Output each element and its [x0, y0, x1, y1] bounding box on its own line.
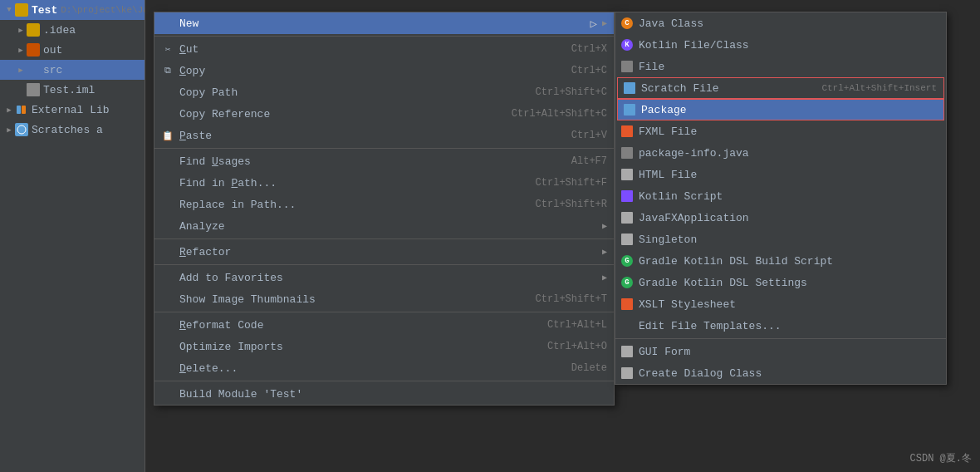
tree-item-label: External Lib [32, 104, 110, 116]
tree-item-external[interactable]: External Lib [0, 100, 145, 120]
folder-icon [27, 43, 40, 57]
menu-item-label: Show Image Thumbnails [179, 293, 519, 306]
submenu-item-gradle-settings[interactable]: G Gradle Kotlin DSL Settings [615, 272, 946, 293]
tree-item-path: D:\project\ke\Java\Tes 1 [61, 5, 145, 15]
menu-item-label: Delete... [179, 362, 555, 375]
copy-icon: ⧉ [161, 64, 174, 77]
submenu-item-xslt[interactable]: XSLT Stylesheet [615, 293, 946, 315]
submenu-item-label: Gradle Kotlin DSL Settings [639, 277, 939, 289]
tree-item-idea[interactable]: .idea [0, 20, 145, 40]
new-submenu: C Java Class K Kotlin File/Class File Sc… [615, 12, 947, 385]
menu-item-shortcut: Ctrl+Shift+R [536, 199, 607, 210]
tree-item-out[interactable]: out [0, 40, 145, 60]
svg-point-2 [17, 125, 26, 134]
expand-arrow [3, 104, 15, 116]
menu-item-copy-reference[interactable]: Copy Reference Ctrl+Alt+Shift+C [154, 103, 614, 125]
expand-arrow [15, 84, 27, 96]
menu-item-shortcut: Alt+F7 [571, 155, 607, 167]
submenu-item-create-dialog[interactable]: Create Dialog Class [615, 362, 946, 384]
submenu-item-label: Edit File Templates... [639, 320, 939, 332]
tree-item-test[interactable]: Test D:\project\ke\Java\Tes 1 [0, 0, 145, 20]
tree-item-label: out [43, 44, 62, 57]
menu-item-copy-path[interactable]: Copy Path Ctrl+Shift+C [154, 81, 614, 103]
submenu-item-singleton[interactable]: Singleton [615, 229, 946, 250]
html-icon [620, 168, 634, 181]
menu-item-label: Refactor [179, 246, 598, 258]
paste-icon: 📋 [161, 129, 174, 142]
menu-item-replace-in-path[interactable]: Replace in Path... Ctrl+Shift+R [154, 194, 614, 215]
menu-separator [154, 381, 614, 381]
kotlin-file-icon: K [620, 38, 634, 52]
tree-item-src[interactable]: src [0, 60, 145, 80]
xslt-icon [620, 297, 634, 311]
folder-icon [27, 23, 40, 37]
package-icon [623, 103, 636, 116]
submenu-item-javafx[interactable]: JavaFXApplication [615, 207, 946, 229]
menu-item-analyze[interactable]: Analyze ▶ [154, 215, 614, 237]
menu-item-refactor[interactable]: Refactor ▶ [154, 241, 614, 263]
submenu-item-java-class[interactable]: C Java Class [615, 12, 946, 34]
menu-item-copy[interactable]: ⧉ Copy Ctrl+C [154, 60, 614, 81]
submenu-item-label: Kotlin File/Class [639, 39, 939, 52]
menu-separator [154, 264, 614, 265]
external-icon [15, 103, 28, 116]
tree-item-label: Scratches a [32, 124, 103, 136]
expand-arrow [15, 24, 27, 36]
scratches-icon [15, 123, 28, 136]
menu-item-label: Find in Path... [179, 177, 519, 189]
submenu-item-fxml[interactable]: FXML File [615, 120, 946, 142]
menu-separator [154, 312, 614, 312]
menu-item-find-usages[interactable]: Find Usages Alt+F7 [154, 150, 614, 172]
submenu-item-edit-templates[interactable]: Edit File Templates... [615, 315, 946, 337]
submenu-separator [615, 338, 946, 339]
tree-item-label: .idea [43, 24, 76, 37]
menu-item-reformat[interactable]: Reformat Code Ctrl+Alt+L [154, 314, 614, 336]
menu-item-shortcut: Ctrl+C [571, 65, 607, 76]
submenu-item-label: FXML File [639, 125, 939, 138]
tree-item-test-iml[interactable]: Test.iml [0, 80, 145, 100]
submenu-item-gui-form[interactable]: GUI Form [615, 341, 946, 362]
submenu-item-kotlin-script[interactable]: Kotlin Script [615, 185, 946, 207]
menu-item-cut[interactable]: ✂ Cut Ctrl+X [154, 38, 614, 60]
project-tree: Test D:\project\ke\Java\Tes 1 .idea out … [0, 0, 145, 472]
submenu-item-package-info[interactable]: package-info.java [615, 142, 946, 164]
submenu-item-label: Package [641, 104, 937, 116]
menu-item-shortcut: Ctrl+Shift+F [536, 177, 607, 189]
file-icon [620, 60, 634, 73]
menu-item-find-in-path[interactable]: Find in Path... Ctrl+Shift+F [154, 172, 614, 194]
menu-item-new[interactable]: New ▶ ▷ [154, 12, 614, 34]
menu-item-label: Find Usages [179, 155, 555, 168]
submenu-item-gradle-kotlin-dsl[interactable]: G Gradle Kotlin DSL Build Script [615, 250, 946, 272]
watermark: CSDN @夏.冬 [910, 451, 972, 465]
menu-item-optimize[interactable]: Optimize Imports Ctrl+Alt+O [154, 336, 614, 357]
svg-rect-1 [22, 106, 26, 114]
submenu-item-package[interactable]: Package [617, 99, 944, 120]
menu-separator [154, 36, 614, 37]
gradle-settings-icon: G [620, 276, 634, 289]
menu-item-label: Reformat Code [179, 319, 531, 332]
menu-item-label: Copy [179, 65, 555, 77]
expand-arrow [3, 124, 15, 135]
menu-item-build-module[interactable]: Build Module 'Test' [154, 383, 614, 405]
cursor-icon: ▷ [590, 17, 597, 31]
submenu-item-scratch-file[interactable]: Scratch File Ctrl+Alt+Shift+Insert [617, 77, 944, 99]
tree-item-scratches[interactable]: Scratches a [0, 120, 145, 140]
submenu-item-html[interactable]: HTML File [615, 164, 946, 185]
submenu-item-label: Java Class [639, 17, 939, 30]
menu-item-label: New [179, 17, 598, 30]
menu-item-delete[interactable]: Delete... Delete [154, 357, 614, 379]
submenu-item-file[interactable]: File [615, 56, 946, 77]
menu-item-show-image[interactable]: Show Image Thumbnails Ctrl+Shift+T [154, 288, 614, 310]
submenu-item-kotlin-file[interactable]: K Kotlin File/Class [615, 34, 946, 56]
dialog-icon [620, 366, 634, 380]
gradle-dsl-icon: G [620, 254, 634, 268]
menu-item-label: Replace in Path... [179, 199, 519, 211]
menu-item-paste[interactable]: 📋 Paste Ctrl+V [154, 125, 614, 146]
package-info-icon [620, 146, 634, 160]
menu-item-add-favorites[interactable]: Add to Favorites ▶ [154, 267, 614, 288]
menu-item-label: Analyze [179, 220, 598, 233]
expand-arrow [3, 4, 15, 16]
menu-item-shortcut: Ctrl+V [571, 130, 607, 141]
submenu-arrow-icon: ▶ [602, 273, 607, 283]
scratch-file-icon [623, 81, 636, 95]
